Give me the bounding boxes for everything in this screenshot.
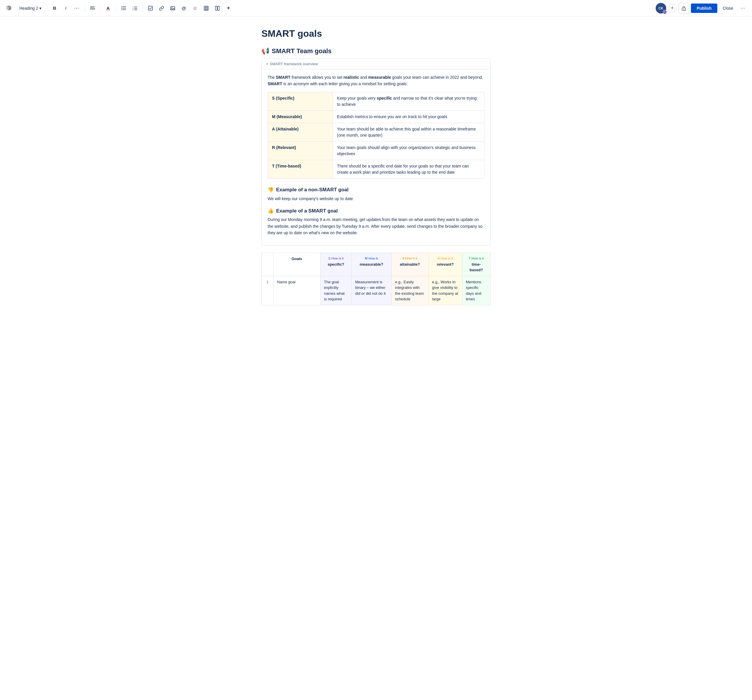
row-goals: Name goal xyxy=(273,276,320,305)
font-color-button[interactable]: A xyxy=(103,3,113,13)
section1-icon: 📢 xyxy=(261,47,269,55)
publish-button[interactable]: Publish xyxy=(691,3,718,13)
svg-text:3.: 3. xyxy=(132,9,134,10)
smart-letter-a: A (Attainable) xyxy=(268,123,333,142)
row-measurable: Measurement is binary – we either did or… xyxy=(352,276,392,305)
svg-rect-25 xyxy=(218,6,219,10)
table-row: T (Time-based) There should be a specifi… xyxy=(268,160,485,178)
col-m-prefix: M How is xyxy=(355,256,388,261)
table-row: A (Attainable) Your team should be able … xyxy=(268,123,485,142)
row-specific: The goal explicitly names what is requir… xyxy=(320,276,352,305)
row-relevant: e.g., Works to give visibility to the co… xyxy=(428,276,462,305)
add-collaborator-button[interactable]: + xyxy=(668,4,677,12)
smart-desc-r: Your team goals should align with your o… xyxy=(333,142,485,160)
col-r-bold: relevant? xyxy=(432,261,458,268)
col-header-timebased: T How is it time-based? xyxy=(462,253,490,276)
svg-rect-24 xyxy=(215,6,217,10)
svg-point-27 xyxy=(683,9,684,10)
table-row: M (Measurable) Establish metrics to ensu… xyxy=(268,110,485,123)
svg-point-4 xyxy=(121,6,122,7)
page-title: SMART goals xyxy=(261,28,491,39)
col-header-specific: S How is it specific? xyxy=(320,253,352,276)
smart-desc-t: There should be a specific end date for … xyxy=(333,160,485,178)
toolbar-divider-4 xyxy=(116,5,116,12)
smart-letter-t: T (Time-based) xyxy=(268,160,333,178)
link-button[interactable] xyxy=(157,3,166,13)
col-a-prefix: A How is it xyxy=(395,256,425,261)
svg-rect-16 xyxy=(148,6,152,10)
row-num: 1 xyxy=(262,276,273,305)
col-a-bold: attainable? xyxy=(395,261,425,268)
insert-more-button[interactable]: + xyxy=(224,3,233,13)
table-row: R (Relevant) Your team goals should alig… xyxy=(268,142,485,160)
non-smart-body: We will keep our company's website up to… xyxy=(267,195,485,202)
non-smart-icon: 👎 xyxy=(267,187,274,193)
col-m-bold: measurable? xyxy=(355,261,388,268)
smart-letter-m: M (Measurable) xyxy=(268,110,333,123)
smart-example-icon: 👍 xyxy=(267,208,274,214)
svg-rect-19 xyxy=(204,6,208,10)
align-button[interactable] xyxy=(88,3,97,13)
columns-button[interactable] xyxy=(213,3,222,13)
app-logo xyxy=(5,4,13,12)
card-body: The SMART framework allows you to set re… xyxy=(262,69,490,246)
toolbar-divider-3 xyxy=(100,5,101,12)
ordered-list-button[interactable]: 1.2.3. xyxy=(130,3,140,13)
svg-point-18 xyxy=(172,7,172,8)
intro-paragraph: The SMART framework allows you to set re… xyxy=(267,74,485,87)
close-button[interactable]: Close xyxy=(719,3,737,13)
col-r-prefix: R How is it xyxy=(432,256,458,261)
goals-table-row: 1 Name goal The goal explicitly names wh… xyxy=(262,276,491,305)
goals-table-header-row: Goals S How is it specific? M How is mea… xyxy=(262,253,491,276)
toolbar-divider-1 xyxy=(47,5,47,12)
table-button[interactable] xyxy=(202,3,211,13)
svg-point-6 xyxy=(121,8,122,9)
non-smart-heading: 👎 Example of a non-SMART goal xyxy=(267,187,485,193)
col-header-relevant: R How is it relevant? xyxy=(428,253,462,276)
emoji-button[interactable]: ☺ xyxy=(190,3,200,13)
col-header-num xyxy=(262,253,273,276)
col-t-prefix: T How is it xyxy=(466,256,487,261)
table-row: S (Specific) Keep your goals very specif… xyxy=(268,92,485,110)
section1-heading: 📢 SMART Team goals xyxy=(261,47,491,55)
smart-desc-s: Keep your goals very specific and narrow… xyxy=(333,92,485,110)
smart-example-section: 👍 Example of a SMART goal During our Mon… xyxy=(267,208,485,236)
expand-label: SMART framework overview xyxy=(270,62,318,66)
page-content: SMART goals 📢 SMART Team goals ▾ SMART f… xyxy=(250,16,502,329)
row-attainable: e.g., Easily integrates with the existin… xyxy=(391,276,428,305)
bullet-list-button[interactable] xyxy=(119,3,128,13)
mention-button[interactable]: @ xyxy=(179,3,189,13)
col-header-attainable: A How is it attainable? xyxy=(391,253,428,276)
smart-letter-r: R (Relevant) xyxy=(268,142,333,160)
avatar-group: CK C xyxy=(656,3,666,14)
non-smart-section: 👎 Example of a non-SMART goal We will ke… xyxy=(267,187,485,202)
smart-example-heading: 👍 Example of a SMART goal xyxy=(267,208,485,214)
smart-example-body: During our Monday morning 9 a.m. team me… xyxy=(267,216,485,236)
lock-button[interactable] xyxy=(679,3,689,14)
avatar: CK C xyxy=(656,3,666,14)
smart-letter-s: S (Specific) xyxy=(268,92,333,110)
section1-heading-text: SMART Team goals xyxy=(272,47,332,55)
italic-button[interactable]: I xyxy=(61,3,70,13)
more-formatting-button[interactable]: ··· xyxy=(72,3,82,13)
smart-desc-m: Establish metrics to ensure you are on t… xyxy=(333,110,485,123)
smart-framework-table: S (Specific) Keep your goals very specif… xyxy=(267,92,485,179)
col-s-prefix: S How is it xyxy=(324,256,348,261)
goals-table: Goals S How is it specific? M How is mea… xyxy=(261,253,491,305)
image-button[interactable] xyxy=(168,3,177,13)
avatar-initials: CK xyxy=(659,6,663,10)
bold-button[interactable]: B xyxy=(50,3,59,13)
col-t-bold: time-based? xyxy=(466,261,487,273)
task-list-button[interactable] xyxy=(146,3,155,13)
col-header-goals: Goals xyxy=(273,253,320,276)
avatar-badge: C xyxy=(663,10,667,14)
heading-select-label: Heading 2 xyxy=(19,6,38,11)
smart-example-heading-text: Example of a SMART goal xyxy=(276,208,338,214)
svg-point-8 xyxy=(121,9,122,10)
non-smart-heading-text: Example of a non-SMART goal xyxy=(276,187,349,193)
more-options-button[interactable]: ··· xyxy=(738,4,747,12)
expandable-header[interactable]: ▾ SMART framework overview xyxy=(262,59,490,69)
col-s-bold: specific? xyxy=(324,261,348,268)
toolbar: Heading 2 ▾ B I ··· A 1.2.3. @ ☺ + CK xyxy=(0,0,752,16)
heading-style-select[interactable]: Heading 2 ▾ xyxy=(17,5,44,12)
